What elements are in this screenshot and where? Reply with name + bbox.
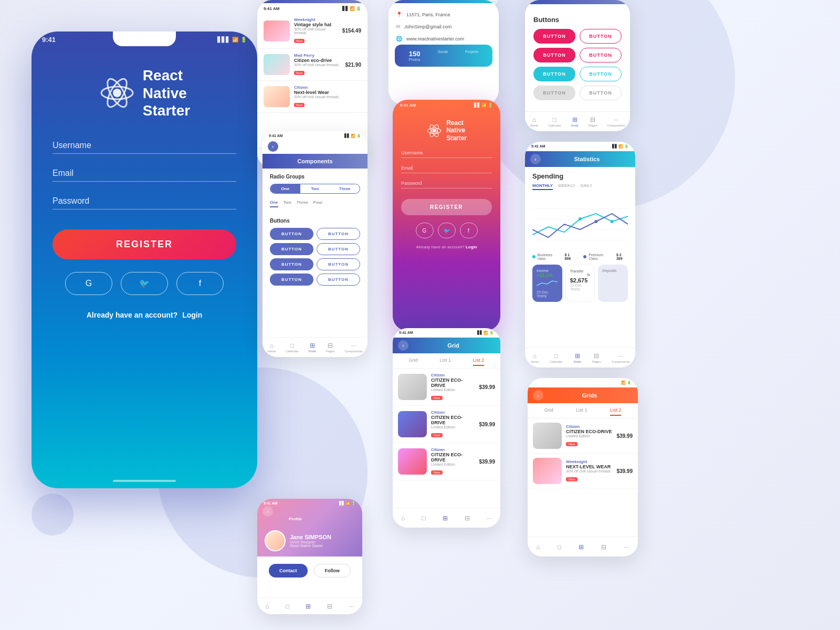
panel-btn-pink-4[interactable]: BUTTON	[580, 48, 622, 62]
grid-nav-cal[interactable]: □	[422, 514, 425, 522]
comp-btn-7[interactable]: BUTTON	[270, 274, 313, 286]
panel-btn-gray-1[interactable]: BUTTON	[533, 86, 575, 100]
register-inner: ReactNativeStarter Username Email Passwo…	[393, 109, 500, 331]
reg-facebook-btn[interactable]: f	[460, 223, 478, 238]
prof-nav-comps[interactable]: ···	[349, 603, 354, 610]
panel-btn-pink-1[interactable]: BUTTON	[533, 29, 575, 44]
facebook-login-btn[interactable]: f	[176, 272, 224, 295]
panel-btn-gray-2[interactable]: BUTTON	[580, 86, 622, 100]
signal-icon: ▋▋▋	[217, 37, 230, 43]
gsm-nav-comps[interactable]: ···	[624, 543, 629, 551]
gsm-nav-cal[interactable]: □	[558, 543, 561, 551]
grid-nav-home[interactable]: ⌂	[401, 514, 405, 522]
grids-sm-item-1: Citizen CITIZEN ECO-DRIVE Limited Editio…	[528, 418, 638, 454]
bp-nav-home[interactable]: ⌂Home	[530, 116, 538, 127]
radio-one-underline[interactable]: One	[270, 200, 278, 207]
period-weekly[interactable]: WEEKLY	[558, 183, 575, 190]
comp-nav-cal[interactable]: □ Calendar	[286, 342, 298, 353]
comp-btn-3[interactable]: BUTTON	[270, 243, 313, 255]
comp-btn-8[interactable]: BUTTON	[317, 274, 360, 286]
bp-nav-pages[interactable]: ⊟Pages	[589, 116, 597, 127]
buttons-section: Buttons BUTTON BUTTON BUTTON BUTTON BUTT…	[262, 215, 368, 289]
google-login-btn[interactable]: G	[65, 272, 112, 295]
radio-three-filled[interactable]: Three	[330, 184, 360, 193]
shop-badge-2: New	[294, 71, 304, 75]
reg-register-btn[interactable]: REGISTER	[401, 199, 492, 215]
comp-btn-5[interactable]: BUTTON	[270, 258, 313, 270]
reg-email-field[interactable]: Email	[401, 165, 492, 173]
bp-nav-grid[interactable]: ⊞Grids	[571, 116, 578, 127]
stats-nav-home[interactable]: ⌂Home	[530, 352, 539, 363]
comp-back-btn[interactable]: ‹	[268, 141, 278, 152]
contact-btn[interactable]: Contact	[269, 564, 308, 578]
comp-nav-home[interactable]: ⌂ Home	[267, 342, 276, 353]
comp-btn-6[interactable]: BUTTON	[317, 258, 360, 270]
grids-sm-back-btn[interactable]: ‹	[533, 390, 543, 401]
panel-btn-pink-3[interactable]: BUTTON	[533, 48, 575, 62]
shop-name-2: Citizen eco-drive	[294, 58, 341, 63]
prof-nav-pages[interactable]: ⊟	[327, 603, 332, 610]
profile-back-btn[interactable]: ‹	[262, 506, 273, 517]
prof-nav-home[interactable]: ⌂	[266, 603, 269, 610]
username-field[interactable]: Username	[52, 141, 236, 154]
reg-twitter-btn[interactable]: 🐦	[438, 223, 456, 238]
grid-tab-list1[interactable]: List 1	[439, 358, 451, 366]
grids-sm-tab-list2[interactable]: List 2	[610, 407, 622, 416]
social-email-row: ✉ JohnSimp@gmail.com	[388, 20, 499, 33]
comp-nav-comps[interactable]: ··· Components	[345, 342, 363, 353]
radio-two-underline[interactable]: Two	[284, 200, 291, 207]
comp-btn-4[interactable]: BUTTON	[317, 243, 360, 255]
period-daily[interactable]: DAILY	[581, 183, 593, 190]
bp-nav-comps[interactable]: ···Components	[607, 116, 625, 127]
grid-nav-pages[interactable]: ⊟	[465, 514, 470, 522]
panel-btn-cyan-1[interactable]: BUTTON	[533, 67, 575, 81]
stat-projects: Projects	[465, 50, 478, 61]
comp-btn-1[interactable]: BUTTON	[270, 228, 313, 240]
reg-google-btn[interactable]: G	[416, 223, 434, 238]
grid-info-1: Citizen CITIZEN ECO-DRIVE Limited Editio…	[431, 373, 475, 401]
grid-nav-comps[interactable]: ···	[487, 514, 492, 522]
grid-tab-list2[interactable]: List 2	[473, 358, 485, 366]
radio-three-underline[interactable]: Three	[297, 200, 308, 207]
grids-sm-sub-2: 30% off chill casual threads	[566, 469, 612, 473]
reg-username-field[interactable]: Username	[401, 150, 492, 158]
radio-four-underline[interactable]: Four	[313, 200, 323, 207]
grid-nav-grid[interactable]: ⊞	[443, 514, 448, 522]
grid-back-btn[interactable]: ‹	[398, 340, 408, 351]
grids-sm-badge-2: New	[566, 477, 578, 481]
password-field[interactable]: Password	[52, 196, 236, 209]
panel-btn-pink-2[interactable]: BUTTON	[580, 29, 622, 44]
stats-nav-cal[interactable]: □Calendar	[550, 352, 562, 363]
prof-nav-cal[interactable]: □	[286, 603, 289, 610]
comp-header: Components	[262, 154, 368, 169]
comp-nav-pages[interactable]: ⊟ Pages	[326, 342, 335, 353]
login-link[interactable]: Login	[182, 311, 202, 319]
twitter-login-btn[interactable]: 🐦	[121, 272, 168, 295]
bp-nav-cal[interactable]: □Calendar	[548, 116, 561, 127]
stats-nav-comps[interactable]: ···Components	[612, 352, 630, 363]
stats-nav-grid[interactable]: ⊞Grids	[573, 352, 581, 363]
radio-two-filled[interactable]: Two	[300, 184, 330, 193]
grid-tab-grid[interactable]: Grid	[409, 358, 418, 366]
bp-cal-icon: □	[553, 116, 556, 123]
reg-login-link[interactable]: Login	[466, 245, 477, 249]
gsm-nav-pages[interactable]: ⊟	[601, 543, 606, 551]
grids-sm-tab-list1[interactable]: List 1	[576, 407, 587, 416]
prof-nav-grid[interactable]: ⊞	[306, 603, 311, 610]
radio-one-filled[interactable]: One	[270, 184, 300, 193]
gsm-nav-grid[interactable]: ⊞	[579, 543, 584, 551]
panel-btn-cyan-2[interactable]: BUTTON	[580, 67, 622, 81]
period-monthly[interactable]: MONTHLY	[532, 183, 553, 190]
grid-name-2: CITIZEN ECO-DRIVE	[431, 415, 475, 425]
comp-btn-2[interactable]: BUTTON	[317, 228, 360, 240]
grids-sm-tab-grid[interactable]: Grid	[544, 407, 553, 416]
follow-btn[interactable]: Follow	[314, 564, 351, 578]
stats-nav-pages[interactable]: ⊟Pages	[592, 352, 601, 363]
reg-password-field[interactable]: Password	[401, 181, 492, 188]
comp-nav-grid[interactable]: ⊞ Grids	[308, 342, 316, 353]
stats-back-btn[interactable]: ‹	[530, 154, 541, 164]
email-field[interactable]: Email	[52, 169, 236, 182]
register-button[interactable]: REGISTER	[52, 229, 236, 259]
gsm-nav-home[interactable]: ⌂	[537, 543, 540, 551]
reg-signals: ▋▋ 📶 🔋	[474, 103, 493, 108]
